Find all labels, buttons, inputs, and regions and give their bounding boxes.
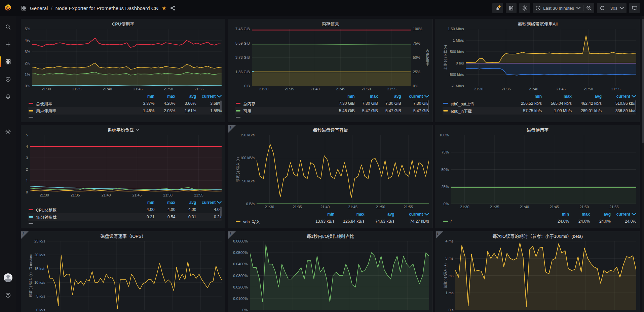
legend-sort-min[interactable]: min — [512, 94, 542, 99]
panel-disk-rw-capacity: i每秒磁盘读写容量读取 (-) /写入 (+)150 kB/s100 kB/s5… — [228, 125, 432, 228]
dashboard-settings-button[interactable] — [519, 3, 530, 13]
plot-area-memory-info[interactable] — [252, 29, 411, 86]
legend-sort-avg[interactable]: avg — [378, 94, 401, 99]
legend-sort-min[interactable]: min — [305, 212, 335, 217]
legend-sort-current[interactable]: current — [611, 212, 636, 217]
plot-area-disk-usage[interactable] — [451, 135, 636, 204]
refresh-button[interactable] — [597, 3, 608, 13]
sidebar-item-alerting[interactable] — [0, 90, 16, 103]
legend-row[interactable]: /24.0%24.0%24.0%24.0% — [443, 218, 636, 225]
legend-sort-max[interactable]: max — [569, 212, 590, 217]
legend-sort-min[interactable]: min — [134, 200, 154, 205]
legend-sort-max[interactable]: max — [542, 94, 572, 99]
breadcrumb-separator: / — [51, 5, 52, 11]
legend-sort-avg[interactable]: avg — [572, 94, 602, 99]
legend-sort-max[interactable]: max — [154, 94, 175, 99]
panel-title-disk-rw-capacity[interactable]: 每秒磁盘读写容量 — [228, 125, 432, 134]
panel-info-icon[interactable]: i — [436, 231, 443, 239]
legend-row[interactable]: CPU总核数4.004.004.004.00 — [28, 206, 222, 213]
panel-title-disk-iops[interactable]: 磁盘读写速率（IOPS） — [21, 231, 225, 240]
legend-sort-max[interactable]: max — [154, 200, 175, 205]
y-tick-label: 50 kB/s — [242, 179, 255, 183]
time-range-picker[interactable]: Last 30 minutes — [533, 3, 583, 13]
sidebar-item-configuration[interactable] — [0, 125, 16, 138]
main-scrollbar-track[interactable] — [642, 16, 644, 312]
y-axis-title: 读取 (-) /写入 (+) I/O ops/sec — [24, 241, 29, 310]
sidebar-item-search[interactable] — [0, 20, 16, 34]
legend-scrollbar-thumb[interactable] — [428, 100, 429, 110]
chevron-down-icon — [632, 94, 636, 99]
share-icon[interactable] — [170, 5, 176, 11]
legend-value: 74.27 kB/s — [394, 219, 429, 224]
legend-sort-avg[interactable]: avg — [175, 94, 196, 99]
panel-info-icon[interactable]: i — [21, 231, 29, 239]
legend-sort-avg[interactable]: avg — [590, 212, 611, 217]
x-tick-label: 21:45 — [550, 205, 559, 209]
plot-area-disk-iops[interactable] — [47, 241, 222, 310]
legend-sort-current[interactable]: current — [401, 94, 429, 99]
panel-info-icon[interactable]: i — [228, 231, 236, 239]
legend-row[interactable] — [28, 221, 222, 224]
sidebar-item-create[interactable] — [0, 38, 16, 51]
legend-row[interactable]: 可用5.46 GiB5.47 GiB5.47 GiB5.47 GiB — [235, 107, 429, 115]
legend-row[interactable]: vda_写入13.93 kB/s126.84 kB/s74.63 kB/s74.… — [235, 218, 429, 225]
save-dashboard-button[interactable] — [506, 3, 517, 13]
legend-sort-current[interactable]: current — [196, 200, 222, 205]
sidebar-item-dashboards[interactable] — [0, 55, 16, 69]
y-tick-label: 0.0100% — [233, 297, 248, 301]
sidebar-item-help[interactable] — [0, 288, 16, 302]
legend-sort-min[interactable]: min — [134, 94, 154, 99]
legend-sort-avg[interactable]: avg — [175, 200, 196, 205]
legend-scrollbar-thumb[interactable] — [635, 100, 636, 110]
plot-area-io-time-percent[interactable] — [250, 241, 429, 310]
panel-title-io-latency[interactable]: 每次IO读写的耗时（参考：小于100ms）(beta) — [436, 231, 640, 240]
legend-series-name: 可用 — [243, 108, 331, 114]
plot-area-disk-rw-capacity[interactable] — [257, 135, 429, 204]
panel-info-icon[interactable]: i — [228, 125, 236, 133]
legend-row[interactable]: eth0_in下载57.75 kb/s1.09 Mb/s289.01 kb/s3… — [443, 107, 636, 115]
legend-scrollbar-thumb[interactable] — [220, 100, 222, 110]
legend-row[interactable] — [235, 115, 429, 118]
legend-row[interactable]: 15分钟负载0.210.540.310.21 — [28, 213, 222, 221]
plot-area-cpu-usage[interactable] — [32, 29, 222, 86]
legend-sort-min[interactable]: min — [548, 212, 569, 217]
legend-row[interactable] — [28, 115, 222, 118]
sidebar-item-profile[interactable] — [0, 271, 16, 284]
add-panel-button[interactable] — [492, 3, 503, 13]
legend-row[interactable]: eth0_out上传256.52 kb/s565.04 kb/s462.42 k… — [443, 100, 636, 107]
legend-sort-max[interactable]: max — [355, 94, 378, 99]
x-tick-label: 21:55 — [387, 87, 396, 91]
legend-row[interactable]: 用户使用率1.46%2.03%1.61%1.59% — [28, 107, 222, 115]
legend-sort-max[interactable]: max — [335, 212, 365, 217]
refresh-interval-picker[interactable]: 30s — [608, 3, 627, 13]
y-tick-label: 0% — [242, 308, 248, 312]
legend-sort-current[interactable]: current — [196, 94, 222, 99]
panel-title-cpu-usage[interactable]: CPU使用率 — [21, 19, 225, 28]
chart-area: 5%4%3%2%1%0% — [24, 29, 222, 86]
panel-title-network-bandwidth[interactable]: 每秒网络带宽使用All — [436, 19, 640, 28]
legend-sort-avg[interactable]: avg — [365, 212, 394, 217]
legend-scrollbar-thumb[interactable] — [220, 207, 222, 217]
panel-title-disk-usage[interactable]: 磁盘使用率 — [436, 125, 640, 134]
legend-sort-min[interactable]: min — [332, 94, 355, 99]
panel-title-io-time-percent[interactable]: 每1秒内I/O操作耗时占比 — [228, 231, 432, 240]
legend-value: 24.0% — [590, 219, 611, 224]
breadcrumb-folder[interactable]: General — [30, 5, 48, 11]
star-icon[interactable]: ★ — [161, 5, 166, 12]
plot-area-network-bandwidth[interactable] — [466, 29, 636, 86]
legend-row[interactable]: 总使用率3.37%4.20%3.66%3.68% — [28, 100, 222, 107]
legend-sort-current[interactable]: current — [394, 212, 429, 217]
plot-area-system-load[interactable] — [30, 135, 222, 192]
panel-title-memory-info[interactable]: 内存信息 — [228, 19, 432, 28]
cycle-view-button[interactable] — [629, 3, 640, 13]
panel-title-system-load[interactable]: 系统平均负载 — [21, 125, 225, 134]
x-tick-label: 21:45 — [556, 87, 566, 91]
main-scrollbar-thumb[interactable] — [642, 19, 644, 143]
legend-sort-current[interactable]: current — [602, 94, 636, 99]
grafana-logo[interactable] — [0, 0, 16, 16]
sidebar-item-explore[interactable] — [0, 73, 16, 86]
plot-area-io-latency[interactable] — [455, 241, 636, 310]
legend-row[interactable]: 总内存7.30 GiB7.30 GiB7.30 GiB7.30 GiB — [235, 100, 429, 107]
zoom-out-button[interactable] — [583, 3, 594, 13]
grid-icon — [5, 59, 11, 65]
